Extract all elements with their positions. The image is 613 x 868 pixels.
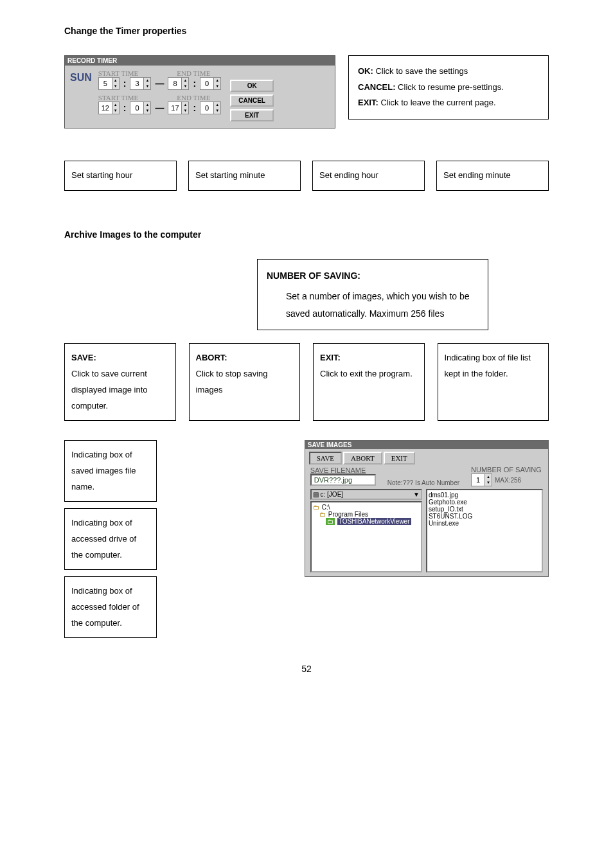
- end-hour-2[interactable]: 17▲▼: [168, 102, 189, 114]
- folder-desc-box: Indicating box of accessed folder of the…: [64, 576, 157, 638]
- tab-save[interactable]: SAVE: [309, 452, 342, 465]
- end-min-2[interactable]: 0▲▼: [200, 102, 221, 114]
- drive-dropdown[interactable]: ▤ c: [JOE]▼: [310, 489, 422, 500]
- end-hour-1[interactable]: 8▲▼: [168, 77, 189, 90]
- save-filename-label: SAVE FILENAME: [310, 466, 376, 474]
- save-desc-box: SAVE: Click to save current displayed im…: [64, 343, 176, 421]
- folder-pane[interactable]: 🗀C:\ 🗀Program Files 🗀TOSHIBANetworkViewe…: [310, 501, 422, 572]
- max-label: MAX:256: [495, 477, 521, 484]
- start-min-2[interactable]: 0▲▼: [130, 102, 151, 114]
- section2-title: Archive Images to the computer: [64, 229, 549, 240]
- exit-button[interactable]: EXIT: [230, 109, 274, 121]
- start-min-1[interactable]: 3▲▼: [130, 77, 151, 90]
- start-hour-2[interactable]: 12▲▼: [98, 102, 120, 114]
- save-images-titlebar: SAVE IMAGES: [305, 441, 548, 449]
- cancel-button[interactable]: CANCEL: [230, 94, 274, 107]
- callout-end-minute: Set ending minute: [436, 161, 549, 191]
- section1-title: Change the Timer properties: [64, 26, 549, 36]
- start-hour-1[interactable]: 5▲▼: [98, 77, 120, 90]
- page-number: 52: [64, 664, 549, 674]
- record-timer-titlebar: RECORD TIMER: [65, 56, 335, 66]
- number-of-saving-label: NUMBER OF SAVING: [471, 466, 542, 474]
- save-images-panel: SAVE IMAGES SAVE ABORT EXIT SAVE FILENAM…: [305, 440, 549, 577]
- drive-desc-box: Indicating box of accessed drive of the …: [64, 508, 157, 570]
- start-time-label-2: START TIME: [98, 94, 139, 102]
- end-min-1[interactable]: 0▲▼: [200, 77, 221, 90]
- ok-cancel-exit-desc-box: OK: Click to save the settings CANCEL: C…: [348, 55, 549, 120]
- file-list-desc-box: Indicating box of file list kept in the …: [438, 343, 549, 421]
- filename-desc-box: Indicating box of saved images file name…: [64, 440, 157, 502]
- file-list-pane[interactable]: dms01.jpg Getphoto.exe setup_IO.txt ST6U…: [426, 489, 543, 572]
- day-label: SUN: [70, 72, 92, 121]
- callout-start-hour: Set starting hour: [64, 161, 177, 191]
- start-time-label: START TIME: [98, 69, 139, 77]
- tab-abort[interactable]: ABORT: [343, 452, 382, 465]
- end-time-label: END TIME: [177, 69, 210, 77]
- save-filename-input[interactable]: DVR???.jpg: [310, 474, 376, 486]
- abort-desc-box: ABORT: Click to stop saving images: [189, 343, 301, 421]
- callout-start-minute: Set starting minute: [188, 161, 301, 191]
- end-time-label-2: END TIME: [177, 94, 210, 102]
- number-of-saving-box: NUMBER OF SAVING: Set a number of images…: [257, 259, 488, 331]
- record-timer-panel: RECORD TIMER SUN START TIME END TIME 5▲▼…: [64, 55, 335, 128]
- number-of-saving-spinner[interactable]: 1▲▼: [471, 474, 492, 486]
- auto-number-note: Note:??? Is Auto Number: [387, 479, 459, 486]
- tab-exit[interactable]: EXIT: [384, 452, 415, 465]
- callout-end-hour: Set ending hour: [312, 161, 425, 191]
- ok-button[interactable]: OK: [230, 80, 274, 92]
- exit-desc-box: EXIT: Click to exit the program.: [313, 343, 425, 421]
